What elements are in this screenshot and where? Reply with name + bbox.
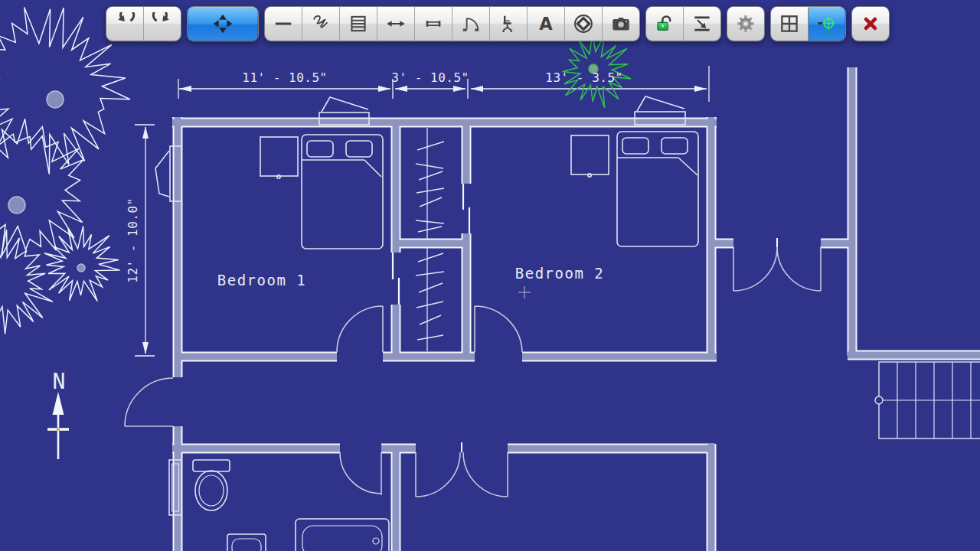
bed-bedroom2: [617, 132, 698, 246]
north-arrow: [47, 392, 69, 459]
shape-button[interactable]: [564, 7, 602, 41]
camera-icon: [609, 12, 632, 35]
undo-button[interactable]: [106, 7, 143, 41]
nightstand-bedroom2: [571, 135, 609, 174]
cursor-crosshair: [518, 286, 531, 298]
gear-icon: [734, 12, 757, 35]
bathtub: [296, 519, 389, 551]
floorplan-canvas[interactable]: 11' - 10.5" 3' - 10.5" 13' - 3.5" 12' - …: [0, 0, 980, 551]
toolbar: [106, 6, 890, 41]
dimension-label-top-middle: 3' - 10.5": [391, 70, 469, 85]
sketch-button[interactable]: [302, 7, 339, 41]
locate-button[interactable]: [808, 7, 845, 41]
redo-button[interactable]: [143, 7, 181, 41]
redo-icon: [151, 12, 174, 35]
toilet: [193, 460, 230, 510]
nightstand-bedroom1: [260, 137, 298, 176]
door-swing-icon: [459, 12, 482, 35]
close-x-icon: [859, 12, 882, 35]
window-icon: [422, 12, 445, 35]
settings-button[interactable]: [727, 7, 764, 41]
toolbar-group-history: [106, 6, 181, 41]
north-label: N: [53, 369, 66, 394]
door-button[interactable]: [452, 7, 489, 41]
tree-symbols: [0, 8, 130, 334]
dimension-label-top-right: 13' - 3.5": [545, 70, 622, 85]
hatch-button[interactable]: [339, 7, 377, 41]
furniture-button[interactable]: [489, 7, 527, 41]
line-icon: [272, 12, 295, 35]
grid-button[interactable]: [771, 7, 808, 41]
photo-button[interactable]: [602, 7, 639, 41]
dimension-layer: [135, 66, 709, 356]
pan-button[interactable]: [188, 7, 258, 41]
freehand-icon: [309, 12, 332, 35]
dimension-label-left-vertical: 12' - 10.0": [126, 197, 140, 282]
undo-icon: [113, 12, 136, 35]
toolbar-group-settings: [727, 6, 765, 41]
pan-arrows-icon: [211, 12, 234, 35]
hatch-icon: [347, 12, 370, 35]
line-button[interactable]: [265, 7, 302, 41]
window-button[interactable]: [414, 7, 452, 41]
dimension-button[interactable]: [377, 7, 414, 41]
room-label-bedroom1: Bedroom 1: [217, 272, 306, 289]
bed-bedroom1: [302, 135, 383, 249]
grid-icon: [778, 12, 801, 35]
unlock-icon: [653, 12, 676, 35]
snap-button[interactable]: [683, 7, 720, 41]
sink: [227, 534, 266, 551]
toolbar-group-close: [851, 6, 890, 41]
text-icon: [534, 12, 557, 35]
toolbar-group-view: [770, 6, 846, 41]
stairs: [875, 362, 980, 439]
dimension-arrow-icon: [384, 12, 407, 35]
room-label-bedroom2: Bedroom 2: [515, 265, 604, 282]
text-button[interactable]: [527, 7, 564, 41]
crosshair-target-icon: [815, 12, 838, 35]
compass-diamond-icon: [572, 12, 595, 35]
walls: [172, 67, 980, 551]
toolbar-group-draw-tools: [264, 6, 640, 41]
dimension-label-top-left: 11' - 10.5": [242, 70, 327, 85]
toolbar-group-pan: [187, 6, 259, 41]
close-button[interactable]: [852, 7, 889, 41]
app-window: 11' - 10.5" 3' - 10.5" 13' - 3.5" 12' - …: [0, 0, 980, 551]
toolbar-group-locking: [645, 6, 721, 41]
chair-icon: [497, 12, 520, 35]
snap-to-line-icon: [691, 12, 714, 35]
lock-button[interactable]: [646, 7, 683, 41]
